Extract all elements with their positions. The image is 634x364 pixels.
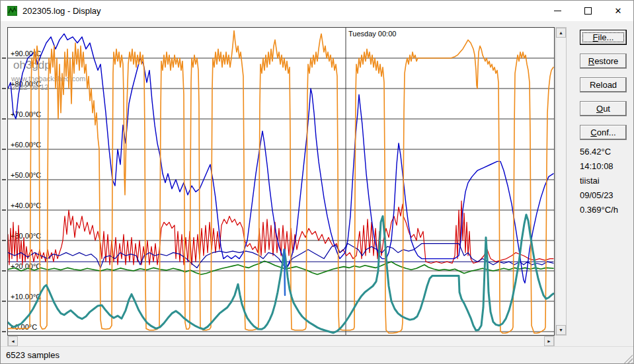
scroll-up-icon: ▲ (559, 30, 563, 35)
conf-button-label: Conf... (590, 127, 615, 137)
watermark-date: 2022-05-12 (11, 83, 48, 91)
readout-temperature: 56.42°C (580, 145, 618, 159)
restore-button[interactable]: Restore (580, 54, 627, 69)
reload-button[interactable]: Reload (580, 77, 627, 92)
out-button-label: Out (596, 104, 610, 114)
day-marker-label: Tuesday 00:00 (348, 30, 396, 38)
reload-button-label: Reload (590, 80, 617, 90)
scroll-left-icon: ◄ (11, 339, 15, 344)
scroll-down-icon: ▼ (559, 328, 563, 332)
file-button[interactable]: File... (580, 30, 627, 45)
restore-button-label: Restore (588, 56, 619, 66)
readout-date: 09/05/23 (580, 188, 618, 203)
temperature-chart: +90.00°C+80.00°C+70.00°C+60.00°C+50.00°C… (8, 28, 554, 335)
scroll-right-button[interactable]: ► (544, 336, 554, 346)
series-orange-burner (8, 31, 553, 334)
out-button[interactable]: Out (580, 101, 627, 116)
resize-grip-icon[interactable] (623, 354, 633, 363)
series-blue-event-spike (284, 250, 285, 295)
y-axis-label-10: +10.00°C (11, 293, 41, 301)
scroll-left-button[interactable]: ◄ (8, 336, 18, 346)
minimize-icon (554, 11, 561, 11)
close-icon: ✕ (615, 7, 622, 15)
titlebar[interactable]: 202305.log - Display ✕ (1, 1, 633, 21)
button-panel: File...RestoreReloadOutConf... (580, 30, 627, 149)
readout-panel: 56.42°C 14:10:08 tiistai 09/05/23 0.369°… (580, 145, 618, 217)
axis-tick-marks (1, 27, 7, 336)
app-icon[interactable] (7, 6, 17, 16)
maximize-icon (584, 7, 592, 15)
scroll-up-button[interactable]: ▲ (556, 28, 566, 38)
window-title: 202305.log - Display (22, 6, 101, 16)
vertical-scrollbar[interactable]: ▲ ▼ (555, 27, 567, 336)
sample-count: 6523 samples (6, 350, 59, 360)
conf-button[interactable]: Conf... (580, 125, 627, 140)
horizontal-scrollbar[interactable]: ◄ ► (7, 336, 555, 347)
status-bar: 6523 samples (1, 346, 633, 364)
readout-rate: 0.369°C/h (580, 203, 618, 217)
maximize-button[interactable] (573, 1, 603, 21)
y-axis-label-50: +50.00°C (11, 171, 41, 179)
app-icon-graphic (7, 6, 17, 16)
scroll-right-icon: ► (547, 339, 551, 344)
scroll-down-button[interactable]: ▼ (556, 325, 566, 335)
minimize-button[interactable] (542, 1, 573, 21)
close-button[interactable]: ✕ (603, 1, 633, 21)
readout-weekday: tiistai (580, 174, 618, 188)
series-red-boiler-return (8, 201, 553, 265)
y-axis-label-60: +60.00°C (11, 141, 41, 149)
chart-plot-area[interactable]: +90.00°C+80.00°C+70.00°C+60.00°C+50.00°C… (7, 27, 555, 336)
readout-time: 14:10:08 (580, 159, 618, 174)
y-axis-label-40: +40.00°C (11, 201, 41, 209)
file-button-label: File... (593, 32, 614, 42)
app-window: 202305.log - Display ✕ +90.00°C+80.00°C+… (0, 0, 634, 364)
